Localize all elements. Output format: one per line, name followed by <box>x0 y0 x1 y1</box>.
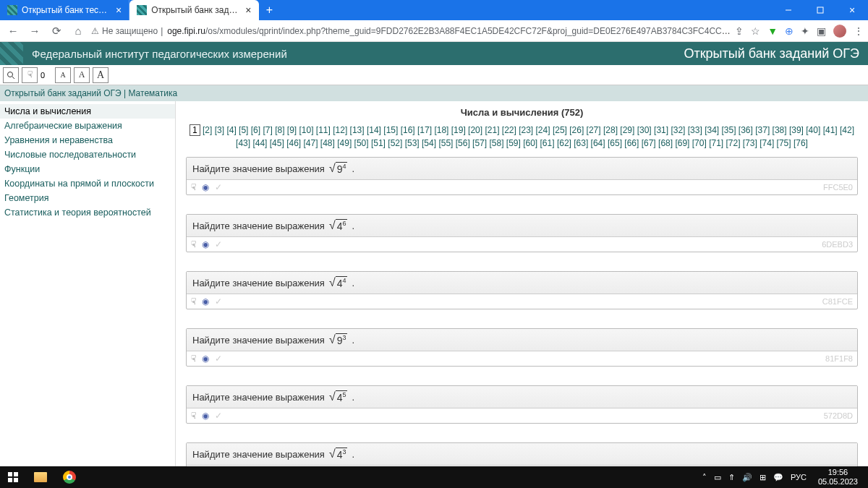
page-link[interactable]: [61] <box>540 138 555 148</box>
check-icon[interactable]: ✓ <box>215 296 222 307</box>
page-link[interactable]: [66] <box>624 138 639 148</box>
check-icon[interactable]: ✓ <box>215 239 222 249</box>
page-link[interactable]: [5] <box>239 125 248 135</box>
sidebar-item[interactable]: Уравнения и неравенства <box>0 133 175 147</box>
page-link[interactable]: [19] <box>451 125 466 135</box>
sidebar-item[interactable]: Статистика и теория вероятностей <box>0 205 175 220</box>
page-link[interactable]: [35] <box>721 125 736 135</box>
close-icon[interactable]: × <box>116 5 122 15</box>
check-icon[interactable]: ✓ <box>215 411 222 421</box>
page-link[interactable]: [67] <box>642 138 656 148</box>
page-link[interactable]: [41] <box>823 125 838 135</box>
page-link[interactable]: [62] <box>557 138 571 148</box>
page-link[interactable]: [29] <box>620 125 634 135</box>
page-link[interactable]: [70] <box>692 138 707 148</box>
browser-tab-active[interactable]: Открытый банк заданий ОГЭ × <box>129 0 259 20</box>
page-link[interactable]: [46] <box>286 138 301 148</box>
minimize-button[interactable] <box>773 0 804 20</box>
wifi-icon[interactable]: ⇑ <box>728 473 735 482</box>
page-link[interactable]: [63] <box>574 138 588 148</box>
page-link[interactable]: [17] <box>417 125 432 135</box>
page-link[interactable]: [15] <box>383 125 398 135</box>
page-link[interactable]: [14] <box>367 125 381 135</box>
page-link[interactable]: [59] <box>506 138 521 148</box>
select-icon[interactable]: ☟ <box>191 296 196 307</box>
page-link[interactable]: [33] <box>688 125 702 135</box>
page-link[interactable]: [64] <box>591 138 605 148</box>
page-link[interactable]: [30] <box>637 125 652 135</box>
sidebar-item[interactable]: Функции <box>0 162 175 176</box>
hand-button[interactable]: ☟ <box>22 67 38 83</box>
page-link[interactable]: [57] <box>472 138 487 148</box>
page-link[interactable]: [25] <box>553 125 567 135</box>
page-link[interactable]: [49] <box>337 138 352 148</box>
site-logo-icon[interactable] <box>0 42 23 65</box>
page-link[interactable]: [68] <box>658 138 673 148</box>
maximize-button[interactable] <box>804 0 836 20</box>
page-link[interactable]: [43] <box>236 138 250 148</box>
browser-tab[interactable]: Открытый банк тестовых задан × <box>0 0 129 20</box>
check-icon[interactable]: ✓ <box>215 182 222 192</box>
battery-icon[interactable]: ▭ <box>714 473 721 482</box>
forward-button[interactable]: → <box>26 22 43 40</box>
page-link[interactable]: [45] <box>270 138 284 148</box>
page-link[interactable]: [36] <box>739 125 753 135</box>
volume-icon[interactable]: 🔊 <box>742 473 752 482</box>
page-link[interactable]: [69] <box>675 138 689 148</box>
page-link[interactable]: [50] <box>354 138 369 148</box>
page-link[interactable]: [26] <box>569 125 584 135</box>
page-link[interactable]: [75] <box>777 138 791 148</box>
share-icon[interactable]: ⇪ <box>735 25 744 37</box>
font-size-medium-button[interactable]: A <box>74 67 90 83</box>
page-link[interactable]: [39] <box>789 125 804 135</box>
page-link[interactable]: [65] <box>608 138 622 148</box>
font-size-small-button[interactable]: A <box>55 67 71 83</box>
page-link[interactable]: [51] <box>371 138 386 148</box>
page-link[interactable]: [76] <box>793 138 808 148</box>
profile-avatar[interactable] <box>833 25 846 38</box>
view-icon[interactable]: ◉ <box>202 239 209 249</box>
page-link[interactable]: [16] <box>401 125 415 135</box>
close-icon[interactable]: × <box>245 5 251 15</box>
start-button[interactable] <box>0 472 26 482</box>
page-link[interactable]: [3] <box>215 125 224 135</box>
page-link[interactable]: [38] <box>773 125 787 135</box>
page-link[interactable]: [9] <box>287 125 297 135</box>
page-link[interactable]: [60] <box>523 138 537 148</box>
close-window-button[interactable]: × <box>836 0 868 20</box>
select-icon[interactable]: ☟ <box>191 411 196 421</box>
reload-button[interactable]: ⟳ <box>48 22 65 40</box>
globe-icon[interactable]: ⊕ <box>785 25 793 37</box>
page-link[interactable]: [4] <box>226 125 236 135</box>
sidebar-item[interactable]: Координаты на прямой и плоскости <box>0 176 175 191</box>
page-link[interactable]: [28] <box>603 125 618 135</box>
page-link[interactable]: [31] <box>654 125 668 135</box>
page-link[interactable]: [2] <box>203 125 212 135</box>
page-link[interactable]: [48] <box>320 138 335 148</box>
view-icon[interactable]: ◉ <box>202 354 209 364</box>
view-icon[interactable]: ◉ <box>202 296 209 307</box>
page-link[interactable]: [22] <box>502 125 516 135</box>
page-link[interactable]: [12] <box>333 125 347 135</box>
url-display[interactable]: oge.fipi.ru/os/xmodules/qprint/index.php… <box>167 26 731 36</box>
page-link[interactable]: [6] <box>251 125 260 135</box>
select-icon[interactable]: ☟ <box>191 239 196 249</box>
page-link[interactable]: [8] <box>275 125 284 135</box>
view-icon[interactable]: ◉ <box>202 411 209 421</box>
page-link[interactable]: [27] <box>587 125 601 135</box>
page-link[interactable]: [58] <box>489 138 503 148</box>
star-icon[interactable]: ☆ <box>751 25 760 37</box>
shield-icon[interactable]: ▼ <box>767 25 778 37</box>
page-link[interactable]: [7] <box>263 125 272 135</box>
extensions-icon[interactable]: ✦ <box>801 25 809 37</box>
page-link[interactable]: [73] <box>743 138 757 148</box>
page-link[interactable]: [52] <box>388 138 402 148</box>
page-link[interactable]: [21] <box>485 125 499 135</box>
notification-icon[interactable]: 💬 <box>773 473 783 482</box>
page-link[interactable]: [74] <box>760 138 774 148</box>
sidebar-item[interactable]: Алгебраические выражения <box>0 119 175 133</box>
view-icon[interactable]: ◉ <box>202 182 209 192</box>
page-link[interactable]: [40] <box>806 125 820 135</box>
security-warning[interactable]: ⚠ Не защищено | <box>91 26 163 36</box>
page-link[interactable]: [47] <box>304 138 318 148</box>
